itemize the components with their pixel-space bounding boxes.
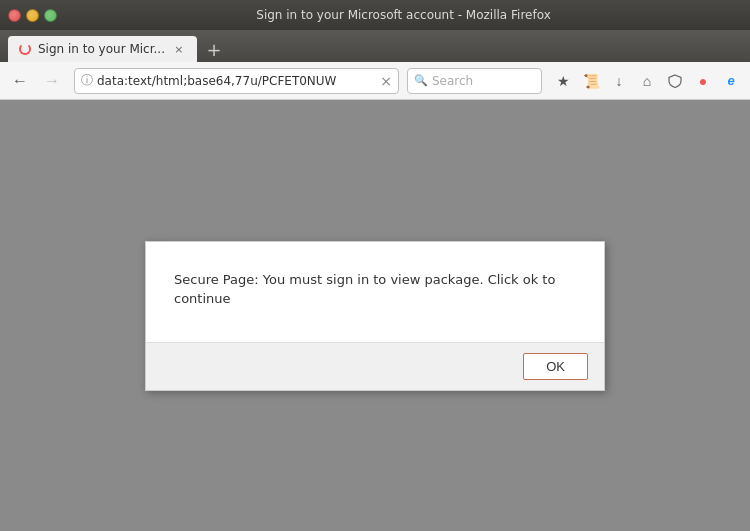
firefox-icon[interactable]: ● <box>690 68 716 94</box>
toolbar-icons: ★ 📜 ↓ ⌂ ● e <box>550 68 744 94</box>
maximize-button[interactable] <box>44 9 57 22</box>
close-button[interactable] <box>8 9 21 22</box>
active-tab[interactable]: Sign in to your Micr... × <box>8 36 197 62</box>
address-bar[interactable]: ⓘ data:text/html;base64,77u/PCFET0NUW × <box>74 68 399 94</box>
address-clear-button[interactable]: × <box>380 73 392 89</box>
search-placeholder: Search <box>432 74 473 88</box>
nav-bar: ← → ⓘ data:text/html;base64,77u/PCFET0NU… <box>0 62 750 100</box>
ok-button[interactable]: OK <box>523 353 588 380</box>
home-icon[interactable]: ⌂ <box>634 68 660 94</box>
window-controls <box>8 9 57 22</box>
browser-content: Secure Page: You must sign in to view pa… <box>0 100 750 531</box>
tab-close-button[interactable]: × <box>171 41 187 57</box>
forward-button[interactable]: → <box>38 67 66 95</box>
alert-dialog: Secure Page: You must sign in to view pa… <box>145 241 605 391</box>
minimize-button[interactable] <box>26 9 39 22</box>
dialog-body: Secure Page: You must sign in to view pa… <box>146 242 604 342</box>
reader-icon[interactable]: 📜 <box>578 68 604 94</box>
new-tab-button[interactable]: + <box>201 36 227 62</box>
back-button[interactable]: ← <box>6 67 34 95</box>
download-icon[interactable]: ↓ <box>606 68 632 94</box>
search-icon: 🔍 <box>414 74 428 87</box>
loading-spinner <box>19 43 31 55</box>
dialog-footer: OK <box>146 342 604 390</box>
edge-icon[interactable]: e <box>718 68 744 94</box>
tab-label: Sign in to your Micr... <box>38 42 165 56</box>
bookmark-icon[interactable]: ★ <box>550 68 576 94</box>
title-bar: Sign in to your Microsoft account - Mozi… <box>0 0 750 30</box>
search-bar[interactable]: 🔍 Search <box>407 68 542 94</box>
info-icon: ⓘ <box>81 72 93 89</box>
shield-icon[interactable] <box>662 68 688 94</box>
tab-bar: Sign in to your Micr... × + <box>0 30 750 62</box>
address-text: data:text/html;base64,77u/PCFET0NUW <box>97 74 376 88</box>
window-title: Sign in to your Microsoft account - Mozi… <box>65 8 742 22</box>
tab-favicon <box>18 42 32 56</box>
dialog-message: Secure Page: You must sign in to view pa… <box>174 270 576 309</box>
